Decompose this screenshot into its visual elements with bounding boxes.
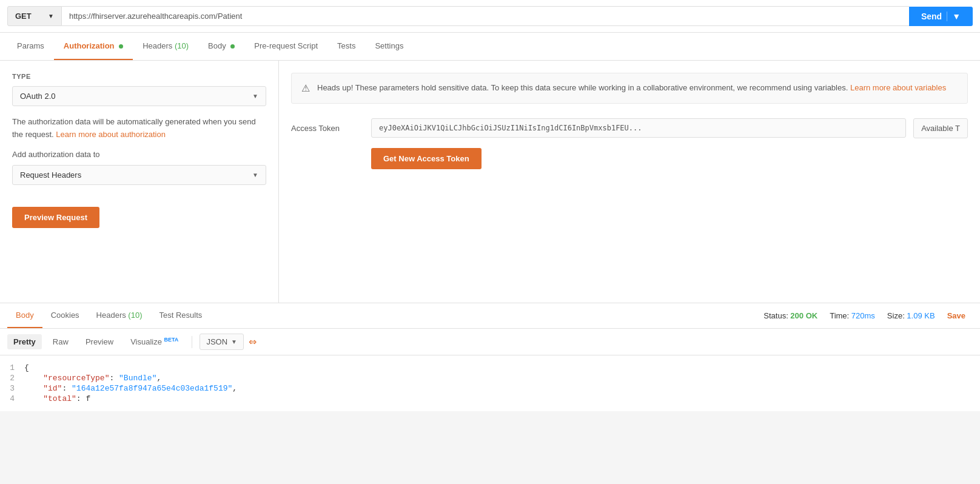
info-icon: ⚠: [301, 82, 310, 94]
time-value: 720ms: [851, 311, 875, 320]
code-line-2: 2 "resourceType": "Bundle",: [0, 373, 980, 383]
tab-headers[interactable]: Headers (10): [133, 33, 198, 60]
response-tab-body-label: Body: [16, 311, 34, 320]
method-value: GET: [15, 12, 32, 21]
tab-authorization-label: Authorization: [64, 41, 115, 50]
available-tokens-button[interactable]: Available T: [913, 118, 968, 138]
response-tab-test-results[interactable]: Test Results: [150, 303, 210, 328]
info-banner: ⚠ Heads up! These parameters hold sensit…: [291, 73, 968, 104]
format-tab-visualize[interactable]: Visualize BETA: [124, 334, 184, 349]
learn-more-variables-link[interactable]: Learn more about variables: [850, 83, 946, 92]
url-input[interactable]: [62, 6, 909, 26]
response-tab-headers-label: Headers: [96, 311, 129, 320]
status-label: Status: 200 OK: [764, 311, 817, 320]
tab-authorization[interactable]: Authorization: [54, 33, 133, 60]
response-tab-headers[interactable]: Headers (10): [88, 303, 151, 328]
access-token-label: Access Token: [291, 124, 364, 133]
send-label: Send: [921, 12, 942, 21]
right-panel: ⚠ Heads up! These parameters hold sensit…: [279, 61, 980, 303]
body-dot: [230, 44, 235, 49]
format-tab-preview[interactable]: Preview: [79, 334, 119, 349]
tab-pre-request[interactable]: Pre-request Script: [244, 33, 327, 60]
response-tabs-bar: Body Cookies Headers (10) Test Results S…: [0, 303, 980, 329]
line-num-1: 1: [0, 363, 24, 372]
tab-body[interactable]: Body: [198, 33, 244, 60]
tab-headers-label: Headers: [143, 41, 175, 50]
tab-params[interactable]: Params: [7, 33, 54, 60]
line-num-3: 3: [0, 384, 24, 393]
response-tab-cookies-label: Cookies: [51, 311, 79, 320]
left-panel: TYPE OAuth 2.0 ▼ The authorization data …: [0, 61, 279, 303]
type-chevron-icon: ▼: [252, 93, 258, 99]
save-response-button[interactable]: Save: [947, 311, 965, 320]
tab-tests[interactable]: Tests: [327, 33, 365, 60]
preview-request-button[interactable]: Preview Request: [12, 207, 99, 228]
add-auth-select[interactable]: Request Headers ▼: [12, 165, 266, 185]
tab-params-label: Params: [17, 41, 44, 50]
url-bar: GET ▼ Send ▼: [0, 0, 980, 33]
code-content-1: {: [24, 363, 980, 372]
time-label: Time: 720ms: [830, 311, 875, 320]
response-meta: Status: 200 OK Time: 720ms Size: 1.09 KB…: [756, 306, 973, 325]
status-value: 200 OK: [790, 311, 817, 320]
code-content-4: "total": f: [24, 394, 980, 403]
type-label: TYPE: [12, 73, 266, 80]
get-new-access-token-button[interactable]: Get New Access Token: [371, 148, 482, 169]
response-tabs-left: Body Cookies Headers (10) Test Results: [7, 303, 210, 328]
method-chevron-icon: ▼: [48, 13, 54, 19]
tab-pre-request-label: Pre-request Script: [254, 41, 318, 50]
add-auth-select-value: Request Headers: [20, 170, 81, 180]
method-select[interactable]: GET ▼: [7, 6, 62, 26]
format-tab-pretty[interactable]: Pretty: [7, 334, 42, 349]
add-auth-label: Add authorization data to: [12, 150, 266, 159]
add-auth-chevron-icon: ▼: [252, 172, 258, 178]
info-banner-content: Heads up! These parameters hold sensitiv…: [317, 83, 848, 92]
line-num-2: 2: [0, 374, 24, 383]
response-tab-test-results-label: Test Results: [159, 311, 202, 320]
access-token-row: Access Token Available T: [291, 118, 968, 138]
tab-body-label: Body: [208, 41, 226, 50]
format-type-value: JSON: [206, 337, 227, 346]
wrap-icon[interactable]: ⇔: [249, 336, 257, 348]
response-tab-body[interactable]: Body: [7, 303, 42, 328]
tab-settings-label: Settings: [375, 41, 403, 50]
main-content: TYPE OAuth 2.0 ▼ The authorization data …: [0, 61, 980, 303]
format-tab-raw[interactable]: Raw: [47, 334, 75, 349]
type-select[interactable]: OAuth 2.0 ▼: [12, 86, 266, 106]
divider: [192, 336, 192, 348]
format-type-chevron-icon: ▼: [231, 338, 237, 345]
code-content-2: "resourceType": "Bundle",: [24, 374, 980, 383]
get-token-row: Get New Access Token: [291, 148, 968, 169]
line-num-4: 4: [0, 394, 24, 403]
request-tabs-bar: Params Authorization Headers (10) Body P…: [0, 33, 980, 61]
size-label: Size: 1.09 KB: [887, 311, 935, 320]
authorization-dot: [119, 44, 123, 49]
format-type-select[interactable]: JSON ▼: [200, 334, 244, 350]
auth-description: The authorization data will be automatic…: [12, 116, 266, 141]
send-arrow-icon: ▼: [947, 12, 961, 21]
code-line-4: 4 "total": f: [0, 394, 980, 404]
code-area: 1 { 2 "resourceType": "Bundle", 3 "id": …: [0, 355, 980, 411]
response-headers-count: (10): [128, 311, 142, 320]
size-value: 1.09 KB: [907, 311, 935, 320]
format-bar: Pretty Raw Preview Visualize BETA JSON ▼…: [0, 329, 980, 355]
tab-settings[interactable]: Settings: [365, 33, 413, 60]
headers-count: (10): [175, 41, 189, 50]
tab-tests-label: Tests: [337, 41, 355, 50]
send-button[interactable]: Send ▼: [909, 7, 973, 26]
type-select-value: OAuth 2.0: [20, 92, 56, 101]
code-content-3: "id": "164a12e57fa8f947a65e4c03eda1f519"…: [24, 384, 980, 393]
code-line-3: 3 "id": "164a12e57fa8f947a65e4c03eda1f51…: [0, 383, 980, 394]
learn-more-link[interactable]: Learn more about authorization: [56, 130, 166, 139]
code-line-1: 1 {: [0, 363, 980, 373]
info-banner-text: Heads up! These parameters hold sensitiv…: [317, 82, 946, 95]
access-token-input[interactable]: [371, 118, 906, 138]
response-tab-cookies[interactable]: Cookies: [42, 303, 88, 328]
